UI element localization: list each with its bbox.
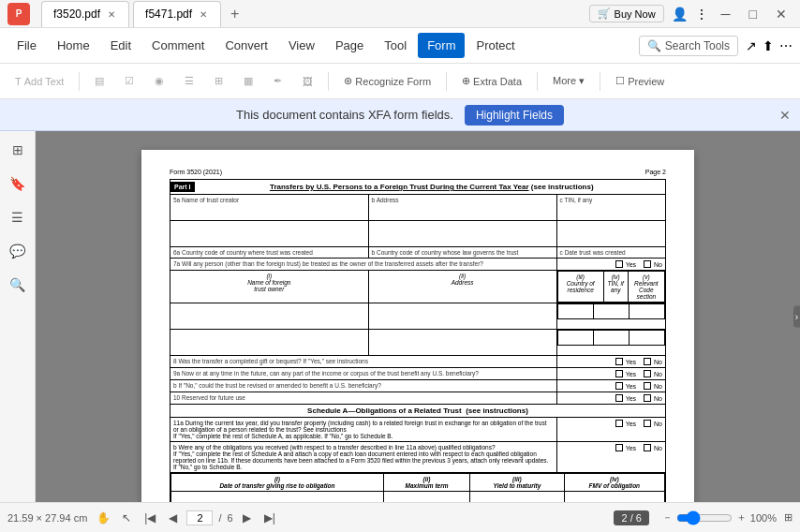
sidebar-pages-icon[interactable]: ⊞: [7, 139, 29, 161]
external-link-icon[interactable]: ↗: [746, 38, 757, 53]
field-10-yes-checkbox[interactable]: [615, 394, 623, 402]
col-fmv-header: (iv)FMV of obligation: [564, 474, 664, 492]
sidebar-comments-icon[interactable]: 💬: [7, 240, 29, 262]
field-6b-label: b Country code of country whose law gove…: [372, 249, 554, 256]
menu-tool[interactable]: Tool: [375, 33, 416, 58]
right-panel-toggle[interactable]: ›: [793, 306, 800, 328]
row-7a: 7a Will any person (other than the forei…: [170, 259, 666, 271]
hand-tool-icon[interactable]: ✋: [93, 510, 114, 526]
user-icon[interactable]: 👤: [672, 7, 688, 22]
7b-sub-table: (iii)Country of residence (iv)TIN, if an…: [557, 271, 665, 303]
pdf-page: Form 3520 (2021) Page 2 Part I Transfers…: [141, 150, 694, 502]
toolbar-extra-data[interactable]: ⊕ Extra Data: [454, 71, 529, 91]
recognize-form-label: Recognize Form: [355, 76, 431, 87]
field-11b-label: b Were any of the obligations you receiv…: [173, 444, 496, 451]
zoom-in-icon[interactable]: ＋: [736, 510, 747, 525]
buy-now-button[interactable]: 🛒 Buy Now: [589, 5, 664, 22]
back-icon[interactable]: ⬆: [763, 38, 774, 53]
field-11b-yes-checkbox[interactable]: [615, 444, 623, 451]
prev-page-button[interactable]: ◀: [165, 510, 181, 526]
row-obligation-header: (i)Date of transfer giving rise to oblig…: [170, 473, 666, 503]
sidebar-bookmarks-icon[interactable]: 🔖: [7, 172, 29, 195]
preview-label: Preview: [628, 76, 664, 87]
cart-icon: 🛒: [598, 7, 611, 20]
toolbar-combo[interactable]: ⊞: [207, 71, 230, 91]
zoom-slider[interactable]: [676, 510, 733, 525]
menu-view[interactable]: View: [279, 33, 324, 58]
field-10-label: 10 Reserved for future use: [173, 394, 554, 401]
toolbar-sign[interactable]: ✒: [266, 71, 289, 91]
toolbar-image[interactable]: 🖼: [295, 72, 320, 91]
tab-f5471[interactable]: f5471.pdf ✕: [133, 1, 221, 27]
zoom-out-icon[interactable]: －: [662, 510, 673, 525]
form-number: Form 3520 (2021): [170, 169, 222, 175]
toolbar-preview[interactable]: ☐ Preview: [608, 71, 672, 91]
menu-page[interactable]: Page: [326, 33, 373, 58]
toolbar-recognize-form[interactable]: ⊛ Recognize Form: [336, 71, 438, 91]
sidebar-search-icon[interactable]: 🔍: [7, 273, 29, 296]
field-11a-yes-checkbox[interactable]: [615, 420, 623, 427]
menu-file[interactable]: File: [7, 33, 46, 58]
field-11b-text1: If "Yes," complete the rest of Schedule …: [173, 451, 548, 464]
row-5-data: [170, 221, 666, 247]
menu-convert[interactable]: Convert: [215, 33, 277, 58]
next-page-button[interactable]: ▶: [239, 510, 255, 526]
toolbar-select[interactable]: ▤: [87, 71, 111, 91]
page-number-input[interactable]: [186, 510, 213, 525]
field-7a-yes-checkbox[interactable]: [615, 260, 623, 268]
toolbar-list[interactable]: ☰: [177, 71, 201, 91]
more-options-icon[interactable]: ⋮: [695, 7, 708, 22]
text-icon: T: [15, 76, 22, 87]
row-9b: b If "No," could the trust be revised or…: [170, 380, 666, 392]
field-10-no-checkbox[interactable]: [644, 394, 651, 402]
field-9b-yesno: Yes No: [560, 382, 662, 390]
toolbar-add-text[interactable]: T Add Text: [7, 72, 71, 91]
fit-page-icon[interactable]: ⊞: [784, 511, 793, 524]
field-9b-yes-checkbox[interactable]: [615, 382, 623, 390]
toolbar-more[interactable]: More ▾: [545, 71, 592, 91]
field-9a-label: 9a Now or at any time in the future, can…: [173, 370, 554, 377]
separator-1: [79, 72, 80, 91]
toolbar-radio[interactable]: ◉: [147, 71, 171, 91]
tab-f5471-close[interactable]: ✕: [198, 7, 209, 22]
field-11b-no-checkbox[interactable]: [644, 444, 651, 451]
tab-f3520-close[interactable]: ✕: [106, 7, 117, 22]
menu-edit[interactable]: Edit: [101, 33, 141, 58]
xfa-close-button[interactable]: ✕: [779, 108, 791, 123]
toolbar-btn2[interactable]: ▦: [236, 71, 260, 91]
part-label: Part I: [170, 182, 195, 192]
field-8-no-checkbox[interactable]: [644, 358, 651, 365]
row-7b-data2: [170, 330, 666, 356]
field-7a-no-checkbox[interactable]: [644, 260, 651, 268]
highlight-fields-button[interactable]: Highlight Fields: [465, 105, 564, 126]
left-sidebar: ⊞ 🔖 ☰ 💬 🔍: [0, 131, 36, 502]
maximize-button[interactable]: □: [744, 5, 763, 23]
menu-comment[interactable]: Comment: [142, 33, 214, 58]
form-table: 5a Name of trust creator b Address c TIN…: [170, 194, 666, 502]
first-page-button[interactable]: |◀: [141, 510, 159, 526]
separator-2: [328, 72, 329, 91]
field-9b-no-checkbox[interactable]: [644, 382, 651, 390]
cursor-tool-icon[interactable]: ↖: [118, 510, 135, 526]
tab-f3520[interactable]: f3520.pdf ✕: [41, 1, 129, 27]
field-8-yes-checkbox[interactable]: [615, 358, 623, 365]
field-11b-text2: If "No," go to Schedule B.: [173, 464, 242, 470]
field-9a-yes-checkbox[interactable]: [615, 370, 623, 377]
new-tab-button[interactable]: +: [225, 4, 244, 24]
field-9a-no-checkbox[interactable]: [644, 370, 651, 377]
menu-protect[interactable]: Protect: [467, 33, 524, 58]
toolbar-checkbox[interactable]: ☑: [117, 71, 141, 91]
search-tools-area[interactable]: 🔍 Search Tools: [639, 36, 738, 56]
menu-form[interactable]: Form: [418, 33, 465, 58]
field-11a-no-checkbox[interactable]: [644, 420, 651, 427]
recognize-form-icon: ⊛: [344, 75, 352, 87]
ellipsis-icon[interactable]: ⋯: [779, 38, 793, 53]
schedule-a-link: (see instructions): [466, 406, 528, 415]
close-button[interactable]: ✕: [770, 5, 793, 23]
last-page-button[interactable]: ▶|: [260, 510, 279, 526]
menu-home[interactable]: Home: [48, 33, 99, 58]
minimize-button[interactable]: ─: [716, 5, 736, 23]
schedule-a-row: Schedule A—Obligations of a Related Trus…: [170, 405, 666, 418]
sidebar-layers-icon[interactable]: ☰: [7, 206, 29, 229]
7b-data2-subtable: [557, 330, 665, 346]
